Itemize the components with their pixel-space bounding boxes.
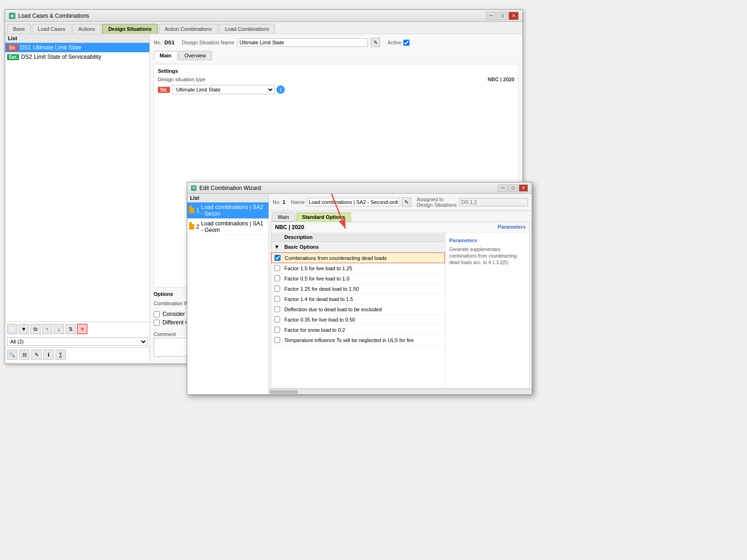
app-icon: ■ <box>9 13 15 19</box>
folder-icon-1 <box>189 208 194 213</box>
dialog-tab-bar: Main Standard Options <box>269 211 532 222</box>
info-button[interactable]: ℹ <box>43 350 54 360</box>
search-button[interactable]: 🔍 <box>7 350 17 360</box>
row4-check[interactable] <box>271 295 282 303</box>
edit-button[interactable]: ✎ <box>31 350 42 360</box>
row2-checkbox[interactable] <box>274 275 280 281</box>
dialog-maximize-button[interactable]: □ <box>508 184 518 192</box>
row5-checkbox[interactable] <box>274 306 280 312</box>
title-bar: ■ Load Cases & Combinations ─ □ ✕ <box>5 10 522 22</box>
table-row-1[interactable]: Factor 1.5 for live load to 1.25 <box>271 263 445 273</box>
row6-checkbox[interactable] <box>274 316 280 322</box>
list-tools: 📄 ▼ ⧉ ↑ ↓ ⇅ ✕ <box>5 322 149 336</box>
ds2-id: DS2 <box>21 54 32 60</box>
maximize-button[interactable]: □ <box>497 12 507 20</box>
table-row-3[interactable]: Factor 1.25 for dead load to 1.50 <box>271 284 445 294</box>
dialog-assigned-label: Assigned to Design Situations <box>417 196 457 208</box>
filter-select[interactable]: All (2) <box>7 337 148 346</box>
row6-label: Factor 0.35 for live load to 0.50 <box>282 316 445 323</box>
table-row-5[interactable]: Deflection due to dead load to be exclud… <box>271 304 445 315</box>
dialog-item-2-label: Load combinations | SA1 - Geom <box>201 220 267 233</box>
row0-checkbox[interactable] <box>275 255 281 261</box>
dialog-assigned-input <box>459 198 528 206</box>
row3-check[interactable] <box>271 285 282 293</box>
row2-check[interactable] <box>271 274 282 282</box>
table-row-7[interactable]: Factor for snow load to 0.2 <box>271 325 445 335</box>
dialog-tab-content: NBC | 2020 Parameters Description ▼ <box>271 222 530 389</box>
tab-action-combinations[interactable]: Action Combinations <box>159 24 218 34</box>
calc-button[interactable]: ∑ <box>56 350 66 360</box>
list-item-ds2[interactable]: Ser. DS2 Limit State of Serviceability <box>5 52 149 62</box>
scrollbar-thumb[interactable] <box>270 390 298 394</box>
ds-name-input[interactable] <box>237 38 368 47</box>
row1-checkbox[interactable] <box>274 265 280 271</box>
inclusive-checkbox[interactable] <box>154 311 160 317</box>
active-checkbox[interactable] <box>403 40 409 46</box>
ds-name-edit-button[interactable]: ✎ <box>371 38 380 47</box>
folder-icon-2 <box>189 224 194 230</box>
th-check <box>271 233 282 241</box>
table-row-4[interactable]: Factor 1.4 for dead load to 1.5 <box>271 294 445 304</box>
row6-check[interactable] <box>271 315 282 323</box>
materials-checkbox[interactable] <box>154 320 160 326</box>
ds-name-label: Design Situation Name <box>182 40 235 45</box>
list-item-ds1[interactable]: Str. DS1 Ultimate Limit State <box>5 43 149 52</box>
row3-checkbox[interactable] <box>274 286 280 292</box>
minimize-button[interactable]: ─ <box>486 12 496 20</box>
table-row-8[interactable]: Temperature influence Ts will be neglect… <box>271 335 445 345</box>
add-button[interactable]: 📄 <box>7 324 17 334</box>
row8-label: Temperature influence Ts will be neglect… <box>282 336 445 344</box>
row1-check[interactable] <box>271 264 282 272</box>
close-button[interactable]: ✕ <box>508 12 519 20</box>
dialog-list-item-2[interactable]: 2 Load combinations | SA1 - Geom <box>187 219 268 235</box>
sub-tab-bar: Main Overview <box>154 51 519 60</box>
filter-button[interactable]: ⊟ <box>19 350 29 360</box>
table-row-6[interactable]: Factor 0.35 for live load to 0.50 <box>271 315 445 325</box>
active-field: Active <box>388 40 409 46</box>
ds-type-label: Design situation type <box>158 77 484 82</box>
tab-load-cases[interactable]: Load Cases <box>32 24 71 34</box>
table-row-0[interactable]: Combinations from counteracting dead loa… <box>271 252 445 263</box>
dialog-close-button[interactable]: ✕ <box>519 184 528 192</box>
group-expand-icon[interactable]: ▼ <box>271 243 282 251</box>
tab-load-combinations[interactable]: Load Combinations <box>219 24 275 34</box>
type-info-button[interactable]: i <box>276 85 285 94</box>
no-value: DS1 <box>164 40 174 45</box>
type-select[interactable]: Ultimate Limit State <box>172 85 275 94</box>
row1-label: Factor 1.5 for live load to 1.25 <box>282 265 445 272</box>
tab-design-situations[interactable]: Design Situations <box>102 24 158 34</box>
dialog-item-1-no: 1 <box>196 207 199 214</box>
dialog-tab-main[interactable]: Main <box>272 212 295 222</box>
params-title: Parameters <box>449 237 526 245</box>
row5-check[interactable] <box>271 305 282 313</box>
move-up-button[interactable]: ↑ <box>42 324 52 334</box>
dialog-item-2-no: 2 <box>196 224 199 230</box>
row7-check[interactable] <box>271 326 282 334</box>
dialog-item-1-label: Load combinations | SA2 - Secon <box>201 204 267 217</box>
sort-button[interactable]: ⇅ <box>65 324 76 334</box>
delete-button[interactable]: ✕ <box>77 324 87 334</box>
sub-tab-main[interactable]: Main <box>154 51 177 60</box>
left-panel: List Str. DS1 Ultimate Limit State Ser. … <box>5 34 150 362</box>
ds2-label: Limit State of Serviceability <box>34 54 101 60</box>
copy-button[interactable]: ⧉ <box>30 324 41 334</box>
move-down-button[interactable]: ↓ <box>54 324 64 334</box>
row0-label: Combinations from counteracting dead loa… <box>283 254 444 262</box>
dialog-name-label: Name <box>291 199 304 205</box>
dialog-name-edit-button[interactable]: ✎ <box>402 197 411 207</box>
dialog-right-panel: No. 1 Name ✎ Assigned to Design Situatio… <box>269 194 532 394</box>
ds-type-value: NBC | 2020 <box>488 77 515 82</box>
sub-tab-overview[interactable]: Overview <box>178 51 212 60</box>
dialog-list-item-1[interactable]: 1 Load combinations | SA2 - Secon <box>187 203 268 219</box>
tab-base[interactable]: Base <box>7 24 31 34</box>
table-row-2[interactable]: Factor 0.5 for live load to 1.0 <box>271 273 445 284</box>
dialog-minimize-button[interactable]: ─ <box>498 184 507 192</box>
row7-checkbox[interactable] <box>274 327 280 333</box>
dialog-scrollbar[interactable] <box>269 389 532 394</box>
row4-checkbox[interactable] <box>274 296 280 302</box>
row0-check[interactable] <box>272 254 283 262</box>
row8-checkbox[interactable] <box>274 337 280 343</box>
row8-check[interactable] <box>271 336 282 344</box>
tab-actions[interactable]: Actions <box>72 24 101 34</box>
add-dropdown-button[interactable]: ▼ <box>19 324 29 334</box>
